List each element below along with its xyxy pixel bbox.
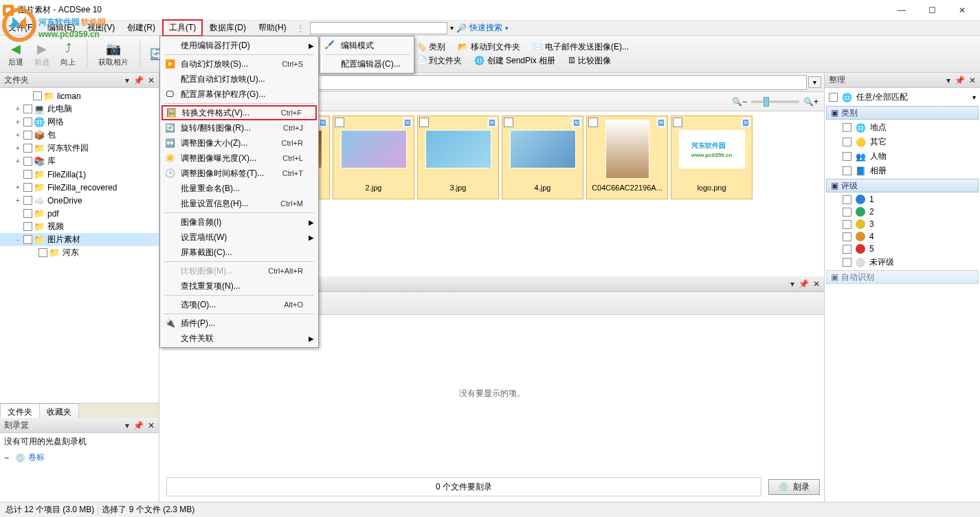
forward-button[interactable]: ▶前进 [30, 40, 54, 69]
menu-item[interactable]: 选项(O)...Alt+O [162, 297, 317, 312]
app-icon [3, 5, 14, 16]
tree-node[interactable]: +📦包 [0, 129, 159, 142]
menu-item[interactable]: 🖼️转换文件格式(V)...Ctrl+F [162, 105, 317, 120]
thumbnail[interactable]: 🖼4.jpg [502, 116, 583, 199]
tag-icon: 🏷️ [416, 42, 427, 52]
thumbnail[interactable]: 🖼3.jpg [417, 116, 499, 199]
thumbnail[interactable]: 🖼河东软件园www.pc0359.cnlogo.png [671, 116, 753, 199]
maximize-button[interactable]: ☐ [917, 1, 947, 20]
burn-no-drive-msg: 没有可用的光盘刻录机 [4, 436, 155, 448]
close-button[interactable]: ✕ [947, 1, 977, 20]
minimize-button[interactable]: — [887, 1, 917, 20]
tree-node[interactable]: 📁河东 [0, 246, 159, 259]
globe-icon: 🌐 [842, 93, 852, 102]
menu-item[interactable]: 使用编辑器打开(D)▶ [162, 38, 317, 53]
tree-node[interactable]: +☁️OneDrive [0, 194, 159, 207]
rating-item[interactable]: 1 [826, 193, 979, 206]
toolbar-category[interactable]: 🏷️ 类别 [416, 41, 445, 53]
menu-item[interactable]: ▶️自动幻灯放映(S)...Ctrl+S [162, 56, 317, 72]
menu-item[interactable]: 设置墙纸(W)▶ [162, 230, 317, 245]
tools-dropdown-menu: 使用编辑器打开(D)▶▶️自动幻灯放映(S)...Ctrl+S配置自动幻灯放映(… [159, 36, 319, 348]
tree-node[interactable]: +💻此电脑 [0, 102, 159, 116]
tab-folders[interactable]: 文件夹 [0, 404, 40, 418]
tree-node[interactable]: 📁licman [0, 89, 159, 102]
burn-icon: 💿 [779, 482, 789, 492]
tab-favorites[interactable]: 收藏夹 [39, 404, 79, 418]
category-item[interactable]: 🟡其它 [826, 135, 979, 149]
tree-node[interactable]: +📁河东软件园 [0, 142, 159, 155]
category-item[interactable]: 🌐地点 [826, 120, 979, 135]
compare-icon: 🖻 [568, 56, 576, 65]
menu-item[interactable]: 文件关联▶ [162, 331, 317, 346]
quick-search-link[interactable]: 🔎 快速搜索 ▾ [456, 22, 509, 34]
thumbnail[interactable]: 🖼2.jpg [333, 116, 414, 199]
toolbar-tofolder[interactable]: 📄 到文件夹 [416, 55, 462, 67]
menu-view[interactable]: 视图(V) [82, 21, 120, 35]
toolbar-email[interactable]: ✉️ 电子邮件发送图像(E)... [533, 41, 629, 53]
menu-item[interactable]: 🔌插件(P)... [162, 316, 317, 331]
disc-icon: 💿 [15, 453, 25, 463]
menu-help[interactable]: 帮助(H) [253, 21, 292, 35]
pin-icon[interactable]: 📌 [133, 76, 144, 85]
burn-label-item[interactable]: 卷标 [28, 452, 45, 463]
organize-panel-header: 整理 ▾ 📌 ✕ [825, 73, 980, 88]
burn-button[interactable]: 💿刻录 [768, 479, 820, 495]
get-photos-button[interactable]: 📷获取相片 [94, 40, 133, 69]
menu-item[interactable]: 🖵配置屏幕保护程序(G)... [162, 87, 317, 102]
category-item[interactable]: 👥人物 [826, 149, 979, 164]
group-categories[interactable]: ▣ 类别 [826, 106, 979, 120]
rating-item[interactable]: 2 [826, 206, 979, 218]
folder-tree[interactable]: 📁licman+💻此电脑+🌐网络+📦包+📁河东软件园+📚库📁FileZilla(… [0, 88, 159, 403]
up-button[interactable]: ⤴向上 [56, 40, 80, 69]
menu-file[interactable]: 文件(F) [3, 21, 41, 35]
panel-menu-icon[interactable]: ▾ [125, 76, 129, 85]
submenu-item[interactable]: 配置编辑器(C)... [322, 56, 412, 72]
folders-panel-header: 文件夹 ▾ 📌 ✕ [0, 73, 159, 88]
tree-node[interactable]: +🌐网络 [0, 116, 159, 129]
menu-item[interactable]: 图像音频(I)▶ [162, 214, 317, 230]
web-icon: 🌐 [474, 56, 485, 65]
menu-create[interactable]: 创建(R) [122, 21, 161, 35]
tree-node[interactable]: 📁FileZilla(1) [0, 168, 159, 181]
rating-item[interactable]: 5 [826, 243, 979, 255]
rating-item[interactable]: 4 [826, 230, 979, 243]
menu-item[interactable]: 批量重命名(B)... [162, 181, 317, 196]
rating-unrated[interactable]: 未评级 [826, 255, 979, 270]
folder-icon: 📂 [458, 42, 468, 52]
menu-item[interactable]: 配置自动幻灯放映(U)... [162, 72, 317, 87]
match-mode[interactable]: 任意/全部匹配 [856, 91, 908, 103]
menu-item[interactable]: 查找重复项(N)... [162, 278, 317, 294]
search-icon: 🔎 [456, 23, 467, 33]
toolbar-compare[interactable]: 🖻 比较图像 [568, 55, 611, 67]
tree-node[interactable]: -📁图片素材 [0, 233, 159, 246]
path-dropdown[interactable]: ▾ [808, 76, 821, 88]
menubar-search-input[interactable] [310, 22, 447, 34]
toolbar-moveto[interactable]: 📂 移动到文件夹 [458, 41, 520, 53]
menu-item[interactable]: 🔄旋转/翻转图像(R)...Ctrl+J [162, 120, 317, 135]
zoom-out-icon[interactable]: 🔍− [732, 97, 747, 107]
menu-item[interactable]: ↔️调整图像大小(Z)...Ctrl+R [162, 135, 317, 151]
tree-node[interactable]: +📚库 [0, 155, 159, 168]
tree-node[interactable]: +📁FileZilla_recovered [0, 181, 159, 194]
back-button[interactable]: ◀后退 [4, 40, 27, 69]
zoom-in-icon[interactable]: 🔍+ [803, 97, 818, 107]
menu-database[interactable]: 数据库(D) [204, 21, 252, 35]
tree-node[interactable]: 📁pdf [0, 207, 159, 220]
menu-item[interactable]: 🕒调整图像时间标签(T)...Ctrl+T [162, 166, 317, 181]
menu-edit[interactable]: 编辑(E) [42, 21, 80, 35]
menu-item[interactable]: 批量设置信息(H)...Ctrl+M [162, 196, 317, 211]
submenu-item[interactable]: 🖌️编辑模式 [322, 38, 412, 53]
tree-node[interactable]: 📁视频 [0, 220, 159, 233]
category-item[interactable]: 📘相册 [826, 164, 979, 178]
menu-tools[interactable]: 工具(T) [162, 19, 203, 36]
zoom-slider[interactable] [751, 100, 799, 103]
rating-item[interactable]: 3 [826, 218, 979, 230]
toolbar-sendpix[interactable]: 🌐 创建 SendPix 相册 [474, 55, 555, 67]
panel-close-icon[interactable]: ✕ [148, 76, 155, 85]
thumbnail[interactable]: 🖼C04C66AC22196A... [586, 116, 668, 199]
group-autoident[interactable]: ▣ 自动识别 [826, 270, 979, 284]
menu-item[interactable]: 比较图像(M)...Ctrl+Alt+R [162, 263, 317, 278]
group-ratings[interactable]: ▣ 评级 [826, 179, 979, 192]
menu-item[interactable]: 屏幕截图(C)... [162, 245, 317, 260]
menu-item[interactable]: ☀️调整图像曝光度(X)...Ctrl+L [162, 151, 317, 166]
